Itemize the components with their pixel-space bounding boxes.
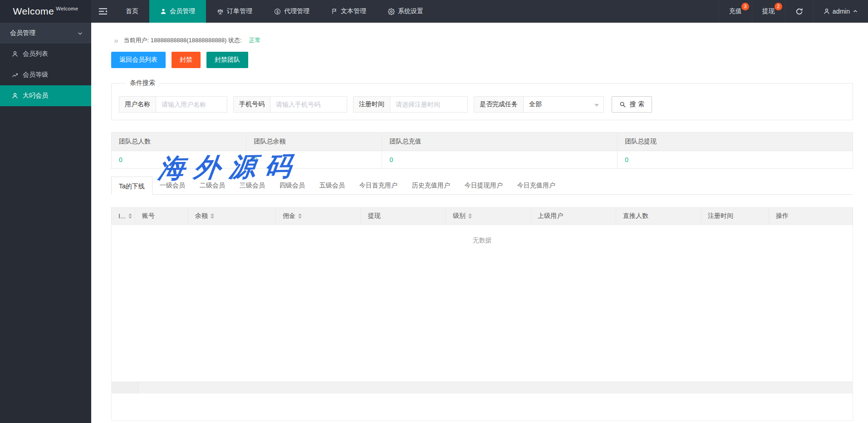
nav-item-label: 订单管理 <box>227 7 252 15</box>
user-icon <box>12 93 18 99</box>
members-table-pager <box>111 393 853 421</box>
col-label: 级别 <box>453 212 466 220</box>
col-header-level[interactable]: 级别 <box>446 208 531 224</box>
col-label: 账号 <box>142 212 155 220</box>
nav-item-settings[interactable]: 系统设置 <box>377 0 434 23</box>
sidebar-item-member-level[interactable]: 会员等级 <box>0 64 91 85</box>
members-table-body: 无数据 <box>111 225 853 382</box>
user-icon <box>160 8 167 15</box>
nav-item-label: 首页 <box>126 7 138 15</box>
dollar-circle-icon: $ <box>274 8 281 15</box>
sidebar-item-dadiao-member[interactable]: 大叼会员 <box>0 85 91 106</box>
recharge-label: 充值 <box>729 7 742 15</box>
logo-text: Welcome <box>13 6 54 17</box>
logo-sup-text: Welcome <box>56 6 78 11</box>
col-header-direct-referrals: 直推人数 <box>616 208 701 224</box>
withdraw-button[interactable]: 提现 2 <box>752 0 785 23</box>
tab-level-1[interactable]: 一级会员 <box>152 176 192 194</box>
col-header-balance[interactable]: 余额 <box>188 208 276 224</box>
action-buttons: 返回会员列表 封禁 封禁团队 <box>111 52 853 68</box>
chevron-up-icon <box>853 9 858 14</box>
col-header-id[interactable]: I... <box>112 208 135 224</box>
col-label: 操作 <box>776 212 789 220</box>
sidebar-group-members[interactable]: 会员管理 <box>0 23 91 44</box>
col-label: 余额 <box>195 212 208 220</box>
ban-team-button[interactable]: 封禁团队 <box>206 52 248 68</box>
search-button[interactable]: 搜 索 <box>612 96 652 113</box>
nav-item-label: 代理管理 <box>284 7 309 15</box>
nav-item-texts[interactable]: 文本管理 <box>320 0 377 23</box>
col-label: 直推人数 <box>623 212 648 220</box>
task-select[interactable]: 全部 <box>523 96 604 113</box>
tab-today-withdraw[interactable]: 今日提现用户 <box>457 176 510 194</box>
stat-value: 0 <box>382 151 618 169</box>
empty-data-text: 无数据 <box>112 225 853 245</box>
tab-level-2[interactable]: 二级会员 <box>192 176 232 194</box>
chevron-down-icon <box>77 30 83 36</box>
scales-icon <box>217 8 224 15</box>
sidebar-item-member-list[interactable]: 会员列表 <box>0 44 91 64</box>
col-header-withdraw: 提现 <box>361 208 446 224</box>
tab-ta-downline[interactable]: Ta的下线 <box>111 177 152 195</box>
sidebar-item-label: 会员等级 <box>23 71 48 79</box>
col-label: 佣金 <box>283 212 295 220</box>
withdraw-badge: 2 <box>775 3 782 10</box>
nav-item-orders[interactable]: 订单管理 <box>206 0 263 23</box>
user-menu[interactable]: admin <box>813 0 868 23</box>
ban-button[interactable]: 封禁 <box>172 52 201 68</box>
team-stats-table: 团队总人数 团队总余额 团队总充值 团队总提现 0 0 0 0 <box>111 132 853 169</box>
breadcrumb: » 当前用户: 18888888888(18888888888) 状态: 正常 <box>114 36 853 44</box>
username-label: admin <box>833 8 850 15</box>
nav-item-label: 系统设置 <box>398 7 423 15</box>
regtime-label: 注册时间 <box>353 96 390 113</box>
tab-today-recharge[interactable]: 今日充值用户 <box>510 176 563 194</box>
regtime-input[interactable] <box>390 96 468 113</box>
phone-label: 手机号码 <box>233 96 270 113</box>
sidebar-item-label: 大叼会员 <box>23 92 48 100</box>
user-icon <box>824 8 830 15</box>
menu-toggle-icon[interactable] <box>91 0 115 23</box>
sidebar: 会员管理 会员列表 会员等级 大叼会员 <box>0 23 91 423</box>
col-header-operations: 操作 <box>769 208 853 224</box>
sort-icon[interactable] <box>298 213 302 219</box>
stat-value: 0 <box>618 151 853 169</box>
recharge-button[interactable]: 充值 3 <box>719 0 752 23</box>
tab-level-3[interactable]: 三级会员 <box>232 176 272 194</box>
sort-icon[interactable] <box>211 213 214 219</box>
tab-today-first-recharge[interactable]: 今日首充用户 <box>352 176 405 194</box>
back-to-list-button[interactable]: 返回会员列表 <box>111 52 166 68</box>
col-header-register-time: 注册时间 <box>701 208 769 224</box>
phone-input[interactable] <box>270 96 347 113</box>
status-value: 正常 <box>249 36 261 44</box>
search-icon <box>619 101 626 108</box>
tab-level-4[interactable]: 四级会员 <box>272 176 312 194</box>
col-header-parent-user: 上级用户 <box>531 208 616 224</box>
refresh-icon[interactable] <box>785 0 813 23</box>
stat-header: 团队总人数 <box>112 133 246 151</box>
sort-icon[interactable] <box>128 213 132 219</box>
sort-icon[interactable] <box>468 213 472 219</box>
chevron-down-icon <box>594 104 599 107</box>
stat-header: 团队总提现 <box>618 133 853 151</box>
stat-value: 0 <box>246 151 382 169</box>
nav-item-label: 文本管理 <box>341 7 366 15</box>
members-table-total-row <box>111 382 853 393</box>
nav-item-agents[interactable]: $ 代理管理 <box>263 0 320 23</box>
members-table-header: I... 账号 余额 佣金 提现 级别 上级用户 <box>111 207 853 225</box>
col-label: 注册时间 <box>708 212 733 220</box>
double-chevron-icon: » <box>114 37 118 44</box>
tab-level-5[interactable]: 五级会员 <box>312 176 352 194</box>
search-panel: 条件搜索 用户名称 手机号码 注册时间 是否完成任务 全部 <box>111 79 853 120</box>
col-header-commission[interactable]: 佣金 <box>276 208 361 224</box>
col-label: I... <box>118 212 126 220</box>
task-label: 是否完成任务 <box>474 96 523 113</box>
tab-history-recharge[interactable]: 历史充值用户 <box>405 176 457 194</box>
nav-item-members[interactable]: 会员管理 <box>149 0 206 23</box>
nav-item-home[interactable]: 首页 <box>115 0 149 23</box>
total-row-fixed-cell <box>112 382 139 393</box>
username-input[interactable] <box>156 96 227 113</box>
navbar-right: 充值 3 提现 2 admin <box>719 0 868 23</box>
col-label: 提现 <box>368 212 381 220</box>
col-header-account: 账号 <box>135 208 188 224</box>
user-icon <box>12 51 18 57</box>
